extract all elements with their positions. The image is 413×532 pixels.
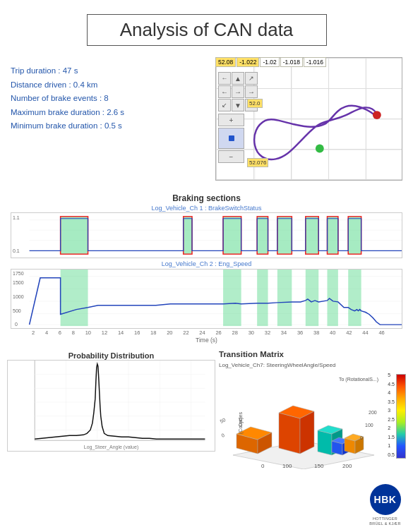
title-box: Analysis of CAN data [87,14,327,46]
svg-point-8 [316,145,324,153]
svg-marker-62 [300,411,314,454]
coord-botleft: 52.076 [247,158,268,167]
svg-text:150: 150 [314,463,324,469]
svg-rect-19 [306,217,318,254]
map-up[interactable]: ▲ [232,72,244,85]
ch2-label: Log_Vehicle_Ch 2 : Eng_Speed [11,260,402,267]
svg-text:(Count): (Count) [238,418,244,434]
stat-min-brake: Minimum brake duration : 0.5 s [11,119,208,133]
stat-trip-duration: Trip duration : 47 s [11,64,208,78]
colorbar-labels: 5 4.5 4 3.5 3 2.5 2 1.5 1 0.5 [388,373,395,457]
transition-title: Transition Matrix [219,350,284,358]
map-zoom-in[interactable]: ← [218,72,231,85]
braking-title: Braking sections [11,193,402,203]
rpm-chart-svg [11,270,402,328]
map-zoom-out[interactable]: ↗ [245,72,258,85]
prob-dist-svg [8,361,215,451]
coord-val3: -1.018 [280,57,303,67]
svg-text:200: 200 [369,410,377,415]
brake-switch-chart: 1.1 0.1 [11,212,402,258]
rpm-y-500: 500 [13,308,21,313]
stat-distance: Distance driven : 0.4 km [11,78,208,92]
coord-midleft: 52.0 [247,99,263,108]
svg-rect-17 [257,217,268,254]
brake-chart-svg [11,213,402,258]
map-plus[interactable]: + [218,114,244,126]
rpm-y-0: 0 [15,322,18,327]
ch1-label: Log_Vehicle_Ch 1 : BrakeSwitchStatus [11,205,402,212]
svg-text:200: 200 [342,463,352,469]
map-zoom-slider[interactable] [218,128,244,149]
stat-brake-events: Number of brake events : 8 [11,92,208,106]
svg-rect-36 [61,270,88,326]
rpm-y-1500: 1500 [13,280,24,285]
colorbar [396,374,406,459]
stat-max-brake: Maximum brake duration : 2.6 s [11,106,208,120]
svg-marker-63 [318,430,332,455]
rpm-y-max: 1750 [13,271,24,276]
coord-val1: -1.022 [237,57,259,67]
transition-subtitle: Log_Vehicle_Ch7: SteeringWheelAngle/Spee… [219,362,335,368]
map-down[interactable]: ▼ [232,99,244,111]
transition-3d-svg: 0 100 150 200 0 50 Cycles (Count) From (… [219,370,381,469]
prob-dist-title: Probability Distribution [7,351,215,360]
braking-section: Braking sections Log_Vehicle_Ch 1 : Brak… [0,193,413,344]
svg-rect-38 [257,270,268,326]
stats-panel: Trip duration : 47 s Distance driven : 0… [7,57,208,188]
svg-rect-16 [223,217,241,254]
x-axis-label: Time (s) [11,337,402,344]
y-label-1: 1.1 [13,215,20,220]
svg-point-7 [373,111,381,119]
svg-rect-41 [328,270,338,326]
page-title: Analysis of CAN data [120,19,294,41]
svg-text:0: 0 [360,435,363,440]
rpm-chart: 1750 1500 1000 500 0 [11,269,402,329]
hbk-tagline: HOTTINGER BRÜEL & KJÆR [366,516,405,526]
coord-topleft: 52.08 [215,57,236,67]
transition-chart-area: 5 4.5 4 3.5 3 2.5 2 1.5 1 0.5 [219,370,406,469]
x-axis-ticks: 2 4 6 8 10 12 14 16 18 20 22 24 26 28 30… [11,329,402,336]
transition-panel: Transition Matrix Log_Vehicle_Ch7: Steer… [219,349,406,469]
top-section: Trip duration : 47 s Distance driven : 0… [0,57,413,188]
map-left[interactable]: ← [218,85,231,98]
coord-val2: -1.02 [260,57,279,67]
map-container: ← ▲ ↗ ← → → ↙ ▼ ↘ + [215,57,402,181]
svg-rect-20 [328,217,338,254]
svg-rect-14 [61,217,88,254]
map-minus[interactable]: − [218,150,244,163]
svg-rect-40 [306,270,318,326]
svg-rect-18 [277,217,292,254]
y-label-0: 0.1 [13,248,20,253]
map-panel: 52.08 -1.022 -1.02 -1.018 -1.016 ← ▲ ↗ ←… [208,57,406,188]
svg-rect-42 [348,270,361,326]
svg-text:100: 100 [365,423,373,428]
svg-rect-37 [223,270,241,326]
hbk-logo: HBK HOTTINGER BRÜEL & KJÆR [366,484,405,526]
prob-dist-chart: Log_Steer_Angle (value) [7,360,215,452]
hbk-letters: HBK [374,494,397,505]
svg-text:To (RotationalS...): To (RotationalS...) [339,377,378,382]
prob-x-label: Log_Steer_Angle (value) [84,445,138,449]
map-center[interactable]: → [232,85,244,98]
svg-rect-39 [277,270,292,326]
svg-marker-60 [279,413,300,454]
svg-rect-15 [184,217,192,254]
map-right[interactable]: → [245,85,258,98]
svg-text:0: 0 [261,463,265,469]
coord-val4: -1.016 [304,57,326,67]
bottom-section: Probability Distribution [0,346,413,469]
prob-dist-panel: Probability Distribution [7,349,215,469]
svg-text:100: 100 [282,463,292,469]
rpm-y-1000: 1000 [13,294,24,299]
hbk-circle: HBK [370,484,401,515]
map-diag[interactable]: ↙ [218,99,231,111]
svg-rect-21 [348,217,361,254]
